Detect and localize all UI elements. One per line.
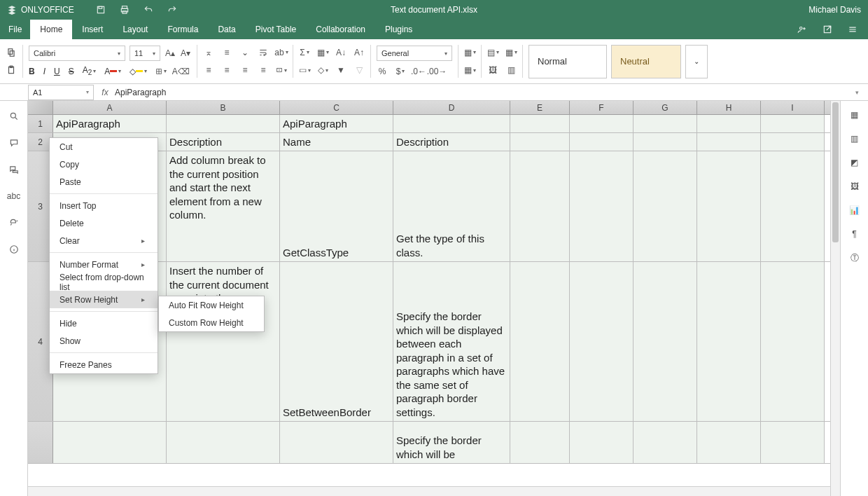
- ctx-item-freeze panes[interactable]: Freeze Panes: [50, 356, 158, 373]
- percent-icon[interactable]: %: [377, 66, 388, 77]
- ctx-item-hide[interactable]: Hide: [50, 315, 158, 332]
- ctx-item-paste[interactable]: Paste: [50, 173, 158, 191]
- comments-icon[interactable]: [8, 137, 20, 149]
- ctx-item-clear[interactable]: Clear▸: [50, 232, 158, 249]
- ctx-sub-auto fit row height[interactable]: Auto Fit Row Height: [159, 296, 264, 314]
- cell-F3[interactable]: [570, 151, 634, 261]
- col-header-G[interactable]: G: [634, 101, 697, 114]
- cell-E4[interactable]: [510, 262, 570, 421]
- col-header-H[interactable]: H: [697, 101, 761, 114]
- menu-icon[interactable]: [847, 24, 858, 35]
- cell-D[interactable]: Specify the border which will be: [393, 422, 510, 463]
- bold-button[interactable]: B: [29, 67, 35, 76]
- tab-data[interactable]: Data: [208, 20, 245, 39]
- spreadsheet-area[interactable]: ABCDEFGHI1ApiParagraphApiParagraph2Descr…: [28, 101, 840, 496]
- merge-cells-icon[interactable]: ▾: [276, 64, 287, 76]
- cell-D2[interactable]: Description: [393, 133, 510, 151]
- cell-I3[interactable]: [761, 151, 825, 261]
- cell-G1[interactable]: [634, 115, 697, 132]
- cell-G3[interactable]: [634, 151, 697, 261]
- align-top-icon[interactable]: ⌅: [203, 47, 214, 58]
- cell-C2[interactable]: Name: [280, 133, 393, 151]
- cell-A[interactable]: [53, 422, 167, 463]
- clear-filter-icon[interactable]: ▽: [354, 64, 365, 76]
- insert-chart-icon[interactable]: ▥: [505, 64, 517, 76]
- col-header-I[interactable]: I: [761, 101, 825, 114]
- ctx-item-insert top[interactable]: Insert Top: [50, 197, 158, 214]
- ctx-sub-custom row height[interactable]: Custom Row Height: [159, 314, 264, 331]
- ctx-item-set row height[interactable]: Set Row Height▸: [50, 291, 158, 308]
- cell-H4[interactable]: [697, 262, 761, 421]
- cell-C[interactable]: [280, 422, 393, 463]
- print-icon[interactable]: [119, 4, 130, 15]
- named-range-icon[interactable]: ▭▾: [299, 64, 310, 76]
- fill-color-button[interactable]: ◇▾: [130, 67, 147, 76]
- dec-decimal-icon[interactable]: .0←: [413, 66, 424, 77]
- align-right-icon[interactable]: ≡: [239, 64, 251, 76]
- about-icon[interactable]: [8, 244, 20, 255]
- strike-button[interactable]: S: [69, 67, 74, 76]
- underline-button[interactable]: U: [54, 67, 60, 76]
- image-settings-icon[interactable]: 🖼: [849, 181, 860, 192]
- row-header-1[interactable]: 1: [28, 115, 53, 132]
- chart-settings-icon[interactable]: 📊: [849, 205, 860, 216]
- autosum-icon[interactable]: Σ▾: [299, 47, 310, 58]
- cell-C1[interactable]: ApiParagraph: [280, 115, 393, 132]
- cell-C4[interactable]: SetBetweenBorder: [280, 262, 393, 421]
- clear-format-icon[interactable]: A⌫: [175, 66, 186, 77]
- textart-settings-icon[interactable]: Ⓣ: [849, 252, 860, 263]
- cell-D3[interactable]: Get the type of this class.: [393, 151, 510, 261]
- chat-icon[interactable]: [8, 164, 20, 175]
- row-header-[interactable]: [28, 422, 53, 463]
- align-bottom-icon[interactable]: ⌄: [239, 47, 251, 58]
- ctx-item-select from drop-down list[interactable]: Select from drop-down list: [50, 273, 158, 291]
- orientation-icon[interactable]: ab▾: [276, 47, 287, 58]
- cell-I1[interactable]: [761, 115, 825, 132]
- formula-input[interactable]: ApiParagraph: [112, 88, 850, 97]
- cell-B4[interactable]: Insert the number of the current documen…: [167, 262, 280, 421]
- increase-font-icon[interactable]: A▴: [164, 48, 176, 59]
- col-header-D[interactable]: D: [393, 101, 510, 114]
- cell-B1[interactable]: [167, 115, 280, 132]
- style-neutral[interactable]: Neutral: [611, 45, 681, 78]
- col-header-E[interactable]: E: [510, 101, 570, 114]
- align-left-icon[interactable]: ≡: [203, 64, 214, 76]
- ctx-item-cut[interactable]: Cut: [50, 138, 158, 156]
- cell-B3[interactable]: Add column break to the current position…: [167, 151, 280, 261]
- share-icon[interactable]: [797, 24, 808, 35]
- cell-F1[interactable]: [570, 115, 634, 132]
- shape-settings-icon[interactable]: ◩: [849, 157, 860, 168]
- undo-icon[interactable]: [143, 4, 154, 15]
- tab-pivot-table[interactable]: Pivot Table: [246, 20, 306, 39]
- col-header-F[interactable]: F: [570, 101, 634, 114]
- subscript-button[interactable]: A2▾: [83, 65, 97, 76]
- cell-G2[interactable]: [634, 133, 697, 151]
- ctx-item-number format[interactable]: Number Format▸: [50, 256, 158, 273]
- tab-formula[interactable]: Formula: [158, 20, 208, 39]
- col-header-B[interactable]: B: [167, 101, 280, 114]
- table-settings-icon[interactable]: ▥: [849, 133, 860, 144]
- cell-E1[interactable]: [510, 115, 570, 132]
- align-center-icon[interactable]: ≡: [221, 64, 232, 76]
- cell-settings-icon[interactable]: ▦: [849, 109, 860, 120]
- cell-D1[interactable]: [393, 115, 510, 132]
- tab-home[interactable]: Home: [30, 20, 72, 39]
- cell-F4[interactable]: [570, 262, 634, 421]
- align-middle-icon[interactable]: ≡: [221, 47, 232, 58]
- cell-G4[interactable]: [634, 262, 697, 421]
- cell-G[interactable]: [634, 422, 697, 463]
- number-format-combo[interactable]: General▾: [377, 46, 452, 61]
- tab-insert[interactable]: Insert: [72, 20, 113, 39]
- cell-B[interactable]: [167, 422, 280, 463]
- cell-F2[interactable]: [570, 133, 634, 151]
- insert-image-icon[interactable]: 🖼: [487, 64, 498, 76]
- paste-icon[interactable]: [6, 64, 17, 76]
- insert-cells-icon[interactable]: ▦▾: [464, 47, 475, 58]
- clear-icon[interactable]: ◇▾: [317, 64, 328, 76]
- open-location-icon[interactable]: [822, 24, 833, 35]
- conditional-format-icon[interactable]: ▤▾: [487, 47, 498, 58]
- paragraph-settings-icon[interactable]: ¶: [849, 228, 860, 240]
- horizontal-scrollbar[interactable]: [28, 486, 830, 496]
- cell-E2[interactable]: [510, 133, 570, 151]
- inc-decimal-icon[interactable]: .00→: [431, 66, 442, 77]
